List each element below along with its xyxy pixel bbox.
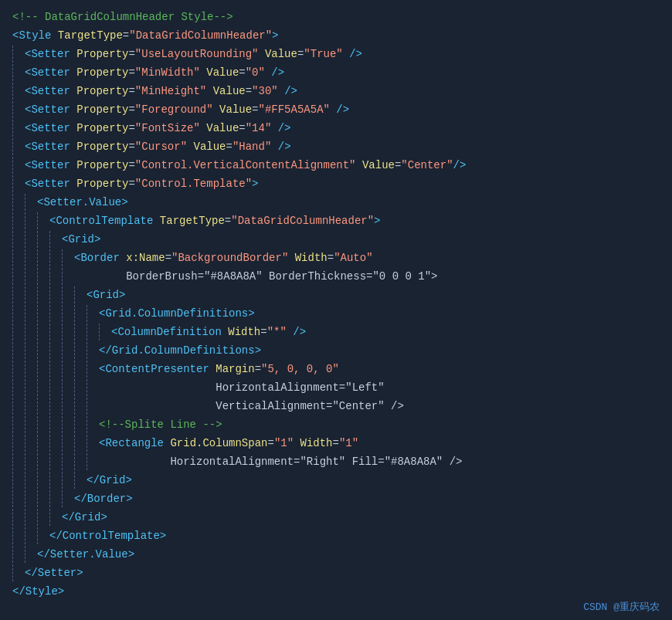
indent-guide: [49, 305, 62, 322]
indent-guide: [62, 324, 74, 340]
code-line: <ContentPresenter Margin="5, 0, 0, 0": [0, 360, 672, 378]
code-line: <Setter Property="UseLayoutRounding" Val…: [0, 45, 672, 63]
code-line: <Grid>: [0, 286, 672, 304]
code-line: <Setter.Value>: [0, 193, 672, 212]
indent-guide: [12, 379, 25, 396]
code-line: <!-- DataGridColumnHeader Style-->: [0, 8, 672, 26]
indent-guide: [62, 435, 74, 452]
code-line: <!--Splite Line -->: [0, 415, 672, 434]
indent-guide: [25, 324, 37, 340]
code-line: </Style>: [0, 582, 672, 601]
indent-guide: [37, 379, 49, 396]
code-line: <ControlTemplate TargetType="DataGridCol…: [0, 212, 672, 230]
indent-guide: [25, 509, 37, 526]
indent-guide: [12, 490, 25, 507]
code-line: <Rectangle Grid.ColumnSpan="1" Width="1": [0, 434, 672, 452]
code-line: <Setter Property="Foreground" Value="#FF…: [0, 100, 672, 119]
indent-guide: [25, 472, 37, 489]
indent-guide: [12, 138, 25, 155]
indent-guide: [25, 490, 37, 507]
code-line: <Setter Property="Control.Template">: [0, 174, 672, 193]
indent-guide: [12, 83, 25, 100]
indent-guide: [12, 361, 25, 378]
indent-guide: [12, 509, 25, 526]
indent-guide: [37, 472, 49, 489]
indent-guide: [37, 249, 49, 266]
footer-credit: CSDN @重庆码农: [583, 600, 660, 614]
indent-guide: [25, 435, 37, 452]
indent-guide: [74, 379, 87, 396]
indent-guide: [12, 435, 25, 452]
indent-guide: [74, 453, 87, 470]
indent-guide: [74, 416, 87, 433]
indent-guide: [12, 64, 25, 81]
indent-guide: [49, 398, 62, 415]
indent-guide: [25, 286, 37, 303]
indent-guide: [12, 286, 25, 303]
indent-guide: [87, 416, 99, 433]
code-line: </Border>: [0, 490, 672, 508]
indent-guide: [37, 268, 49, 285]
indent-guide: [74, 435, 87, 452]
indent-guide: [74, 324, 87, 340]
code-line: VerticalAlignment="Center" />: [0, 397, 672, 415]
indent-guide: [74, 305, 87, 322]
indent-guide: [87, 379, 99, 396]
indent-guide: [87, 361, 99, 378]
indent-guide: [12, 564, 25, 581]
indent-guide: [12, 398, 25, 415]
indent-guide: [87, 453, 99, 470]
indent-guide: [25, 361, 37, 378]
indent-guide: [12, 546, 25, 563]
indent-guide: [74, 342, 87, 359]
indent-guide: [37, 305, 49, 322]
code-container: <!-- DataGridColumnHeader Style--><Style…: [0, 0, 672, 620]
indent-guide: [12, 453, 25, 470]
code-line: <Grid.ColumnDefinitions>: [0, 304, 672, 323]
indent-guide: [12, 120, 25, 137]
code-line: BorderBrush="#8A8A8A" BorderThickness="0…: [0, 267, 672, 286]
code-line: <Grid>: [0, 230, 672, 249]
indent-guide: [12, 231, 25, 248]
indent-guide: [49, 286, 62, 303]
indent-guide: [25, 268, 37, 285]
indent-guide: [37, 324, 49, 340]
code-line: <Border x:Name="BackgroundBorder" Width=…: [0, 249, 672, 267]
code-line: </Grid>: [0, 471, 672, 490]
indent-guide: [49, 472, 62, 489]
code-line: </Setter>: [0, 564, 672, 582]
code-line: <Setter Property="FontSize" Value="14" /…: [0, 119, 672, 137]
indent-guide: [12, 249, 25, 266]
indent-guide: [62, 305, 74, 322]
indent-guide: [62, 490, 74, 507]
indent-guide: [62, 342, 74, 359]
indent-guide: [49, 249, 62, 266]
indent-guide: [25, 453, 37, 470]
indent-guide: [12, 472, 25, 489]
indent-guide: [12, 416, 25, 433]
indent-guide: [49, 361, 62, 378]
code-line: <Setter Property="MinHeight" Value="30" …: [0, 82, 672, 100]
indent-guide: [12, 175, 25, 192]
indent-guide: [25, 416, 37, 433]
indent-guide: [25, 398, 37, 415]
indent-guide: [37, 212, 49, 229]
code-line: </Grid>: [0, 508, 672, 527]
code-line: HorizontalAlignment="Right" Fill="#8A8A8…: [0, 452, 672, 471]
code-line: <Setter Property="MinWidth" Value="0" />: [0, 63, 672, 82]
indent-guide: [74, 286, 87, 303]
indent-guide: [49, 416, 62, 433]
indent-guide: [62, 249, 74, 266]
indent-guide: [25, 231, 37, 248]
indent-guide: [12, 46, 25, 63]
code-lines: <!-- DataGridColumnHeader Style--><Style…: [0, 8, 672, 601]
indent-guide: [12, 212, 25, 229]
indent-guide: [87, 342, 99, 359]
indent-guide: [49, 342, 62, 359]
indent-guide: [12, 101, 25, 118]
indent-guide: [37, 286, 49, 303]
indent-guide: [25, 194, 37, 211]
code-line: </Grid.ColumnDefinitions>: [0, 341, 672, 360]
code-line: </ControlTemplate>: [0, 527, 672, 545]
indent-guide: [12, 194, 25, 211]
